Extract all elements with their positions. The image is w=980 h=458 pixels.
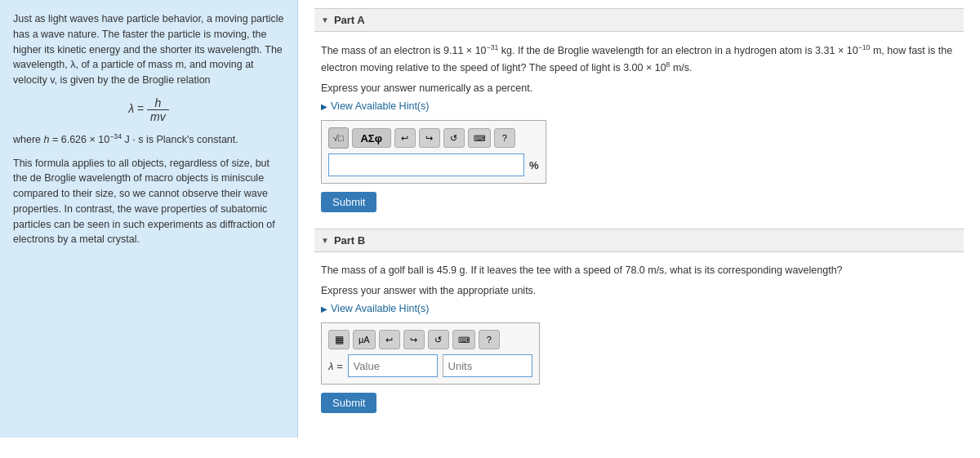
sidebar: Just as light waves have particle behavi… bbox=[0, 0, 298, 438]
part-a-toolbar: √□ AΣφ ↩ ↪ ↺ ⌨ ? bbox=[328, 127, 539, 149]
part-b-keyboard-btn[interactable]: ⌨ bbox=[452, 330, 475, 349]
sidebar-planck: where h = 6.626 × 10−34 J · s is Planck'… bbox=[13, 131, 284, 148]
part-a-keyboard-btn[interactable]: ⌨ bbox=[468, 128, 491, 148]
part-a-toolbar-group1: √□ bbox=[328, 127, 349, 149]
main-content: ▼ Part A The mass of an electron is 9.11… bbox=[298, 0, 980, 438]
part-b-reset-btn[interactable]: ↺ bbox=[428, 330, 449, 349]
part-a-problem: The mass of an electron is 9.11 × 10−31 … bbox=[321, 42, 957, 76]
part-b-units-input[interactable] bbox=[443, 354, 532, 377]
part-b-lambda-row: λ = bbox=[328, 354, 532, 377]
part-a-label: Part A bbox=[334, 14, 365, 26]
formula-block: λ = hmv bbox=[13, 96, 284, 123]
part-a-hint-label: View Available Hint(s) bbox=[331, 100, 429, 112]
part-b-answer-box: ▦ μA ↩ ↪ ↺ ⌨ ? λ = bbox=[321, 322, 540, 385]
part-a-answer-input[interactable] bbox=[328, 153, 524, 176]
part-a-submit-row: Submit bbox=[321, 192, 957, 212]
part-a-express: Express your answer numerically as a per… bbox=[321, 82, 957, 94]
part-b-redo-btn[interactable]: ↪ bbox=[403, 330, 425, 349]
part-a-arrow: ▼ bbox=[321, 16, 329, 24]
part-b-hint-link[interactable]: ▶ View Available Hint(s) bbox=[321, 303, 957, 314]
part-b-express: Express your answer with the appropriate… bbox=[321, 285, 957, 296]
sidebar-intro: Just as light waves have particle behavi… bbox=[13, 11, 284, 88]
part-b-submit-btn[interactable]: Submit bbox=[321, 393, 376, 413]
part-b-mu-btn[interactable]: μA bbox=[353, 330, 376, 349]
part-b-label: Part B bbox=[334, 234, 365, 247]
part-a-header[interactable]: ▼ Part A bbox=[314, 8, 964, 32]
part-a-hint-link[interactable]: ▶ View Available Hint(s) bbox=[321, 100, 957, 112]
formula-display: λ = hmv bbox=[128, 102, 169, 115]
part-a-hint-arrow: ▶ bbox=[321, 102, 327, 111]
part-a-help-btn[interactable]: ? bbox=[494, 128, 515, 148]
part-b-arrow: ▼ bbox=[321, 236, 329, 245]
part-b-body: The mass of a golf ball is 45.9 g. If it… bbox=[314, 262, 964, 413]
part-a-undo-btn[interactable]: ↩ bbox=[394, 128, 416, 148]
part-a-redo-btn[interactable]: ↪ bbox=[419, 128, 440, 148]
part-b-hint-arrow: ▶ bbox=[321, 305, 327, 313]
part-b-submit-row: Submit bbox=[321, 393, 957, 413]
part-b-section: ▼ Part B The mass of a golf ball is 45.9… bbox=[314, 229, 964, 413]
part-a-answer-box: √□ AΣφ ↩ ↪ ↺ ⌨ ? % bbox=[321, 120, 546, 184]
part-b-hint-label: View Available Hint(s) bbox=[331, 303, 429, 314]
part-a-submit-btn[interactable]: Submit bbox=[321, 192, 376, 212]
part-b-help-btn[interactable]: ? bbox=[479, 330, 500, 349]
part-a-body: The mass of an electron is 9.11 × 10−31 … bbox=[314, 42, 964, 212]
part-b-header[interactable]: ▼ Part B bbox=[314, 229, 964, 252]
part-a-math-btn[interactable]: AΣφ bbox=[352, 128, 391, 148]
sidebar-macro: This formula applies to all objects, reg… bbox=[13, 156, 284, 248]
part-a-section: ▼ Part A The mass of an electron is 9.11… bbox=[314, 8, 964, 212]
part-a-input-row: % bbox=[328, 153, 539, 176]
part-a-sqrt-icon: √□ bbox=[333, 133, 344, 143]
part-b-undo-btn[interactable]: ↩ bbox=[379, 330, 400, 349]
part-b-problem: The mass of a golf ball is 45.9 g. If it… bbox=[321, 262, 957, 278]
part-b-toolbar: ▦ μA ↩ ↪ ↺ ⌨ ? bbox=[328, 330, 532, 349]
part-b-grid-btn[interactable]: ▦ bbox=[328, 330, 350, 349]
part-a-reset-btn[interactable]: ↺ bbox=[443, 128, 465, 148]
part-b-lambda-symbol: λ = bbox=[328, 360, 343, 372]
part-a-percent: % bbox=[529, 159, 539, 171]
part-b-value-input[interactable] bbox=[348, 354, 438, 377]
